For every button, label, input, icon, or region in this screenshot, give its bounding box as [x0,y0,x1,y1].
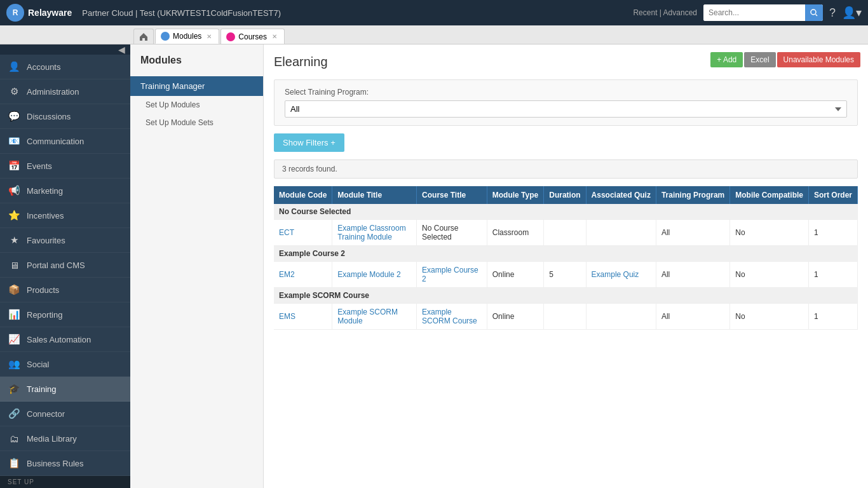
training-program-select[interactable]: All [285,100,847,118]
cell-duration [544,220,586,246]
sidebar-item-business-rules[interactable]: 📋 Business Rules [0,451,130,476]
sidebar-label-sales-automation: Sales Automation [27,335,91,344]
communication-icon: 📧 [8,135,20,147]
quiz-link-em2[interactable]: Example Quiz [592,270,639,279]
table-row: ECT Example Classroom Training Module No… [274,220,858,246]
sidebar-item-media-library[interactable]: 🗂 Media Library [0,426,130,451]
module-code-link-ect[interactable]: ECT [279,228,294,237]
excel-button[interactable]: Excel [744,52,775,67]
sidebar-item-favourites[interactable]: ★ Favourites [0,228,130,253]
sidebar-item-products[interactable]: 📦 Products [0,278,130,302]
course-title-link-em2[interactable]: Example Course 2 [422,266,478,283]
course-title-link-ems[interactable]: Example SCORM Course [422,308,477,325]
left-panel-title: Modules [130,55,263,76]
search-input[interactable] [703,4,805,21]
topbar-links: Recent | Advanced [633,8,697,17]
tab-courses[interactable]: Courses ✕ [220,29,285,44]
sidebar: ◀ 👤 Accounts ⚙ Administration 💬 Discussi… [0,44,130,488]
add-button[interactable]: + Add [710,52,743,67]
advanced-link[interactable]: Advanced [663,8,697,17]
cell-course-title: No Course Selected [417,220,487,246]
show-filters-button[interactable]: Show Filters + [274,133,344,152]
module-title-link-em2[interactable]: Example Module 2 [337,270,400,279]
topbar: R Relayware Partner Cloud | Test (UKRWTE… [0,0,868,25]
sidebar-label-communication: Communication [27,137,84,146]
discussions-icon: 💬 [8,110,20,123]
cell-mobile-compatible: No [730,262,809,288]
sidebar-item-incentives[interactable]: ⭐ Incentives [0,203,130,228]
social-icon: 👥 [8,358,20,370]
cell-mobile-compatible: No [730,220,809,246]
sidebar-item-sales-automation[interactable]: 📈 Sales Automation [0,327,130,352]
sidebar-label-incentives: Incentives [27,211,64,220]
group-header-example-course-2: Example Course 2 [274,246,858,262]
user-icon[interactable]: 👤▾ [842,6,862,20]
module-title-link-ems[interactable]: Example SCORM Module [337,308,398,325]
sidebar-label-media-library: Media Library [27,434,77,444]
tab-modules-close[interactable]: ✕ [205,32,214,41]
table-row: EM2 Example Module 2 Example Course 2 On… [274,262,858,288]
tab-courses-close[interactable]: ✕ [270,32,279,41]
sidebar-label-connector: Connector [27,409,65,419]
svg-point-0 [811,10,816,15]
cell-training-program: All [656,304,729,330]
sidebar-item-reporting[interactable]: 📊 Reporting [0,302,130,327]
sidebar-item-training[interactable]: 🎓 Training [0,377,130,402]
sidebar-item-events[interactable]: 📅 Events [0,154,130,179]
cell-training-program: All [656,262,729,288]
top-actions: + Add Excel Unavailable Modules [710,52,860,67]
recent-link[interactable]: Recent [633,8,657,17]
col-module-type: Module Type [487,186,543,204]
table-row: EMS Example SCORM Module Example SCORM C… [274,304,858,330]
sidebar-item-communication[interactable]: 📧 Communication [0,129,130,154]
sidebar-toggle[interactable]: ◀ [0,44,130,55]
col-mobile-compatible: Mobile Compatible [730,186,809,204]
module-code-link-ems[interactable]: EMS [279,312,295,321]
cell-module-title: Example Module 2 [332,262,417,288]
cell-sort-order: 1 [808,220,857,246]
modules-tab-icon [161,32,170,41]
sidebar-item-marketing[interactable]: 📢 Marketing [0,179,130,203]
modules-table: Module Code Module Title Course Title Mo… [274,186,858,330]
help-icon[interactable]: ? [829,6,836,20]
cell-module-code: EMS [274,304,332,330]
sidebar-label-products: Products [27,285,59,295]
cell-module-type: Online [487,262,543,288]
tab-home[interactable] [133,29,154,44]
cell-training-program: All [656,220,729,246]
col-sort-order: Sort Order [808,186,857,204]
sidebar-label-administration: Administration [27,87,79,97]
cell-duration: 5 [544,262,586,288]
sidebar-item-social[interactable]: 👥 Social [0,352,130,377]
tabs-bar: Modules ✕ Courses ✕ [0,25,868,44]
logo[interactable]: R Relayware [6,4,72,22]
sidebar-item-connector[interactable]: 🔗 Connector [0,402,130,426]
setup-section-label: SET UP [0,476,130,488]
group-header-example-scorm-course: Example SCORM Course [274,288,858,304]
module-title-link-ect[interactable]: Example Classroom Training Module [337,224,405,241]
media-library-icon: 🗂 [8,432,20,445]
col-duration: Duration [544,186,586,204]
left-nav-set-up-module-sets[interactable]: Set Up Module Sets [130,114,263,132]
group-label-no-course: No Course Selected [274,204,858,220]
search-button[interactable] [805,4,823,21]
sidebar-item-portal-cms[interactable]: 🖥 Portal and CMS [0,253,130,278]
sidebar-item-administration[interactable]: ⚙ Administration [0,79,130,104]
sidebar-label-events: Events [27,161,52,171]
tab-courses-label: Courses [238,32,267,41]
connector-icon: 🔗 [8,407,20,420]
favourites-icon: ★ [8,234,20,247]
module-code-link-em2[interactable]: EM2 [279,270,295,279]
sidebar-label-portal-cms: Portal and CMS [27,261,85,270]
logo-icon: R [6,4,24,22]
left-nav-training-manager[interactable]: Training Manager [130,76,263,96]
sidebar-item-discussions[interactable]: 💬 Discussions [0,104,130,129]
unavailable-modules-button[interactable]: Unavailable Modules [777,52,860,67]
cell-module-code: ECT [274,220,332,246]
sidebar-label-discussions: Discussions [27,112,71,121]
left-nav-set-up-modules[interactable]: Set Up Modules [130,96,263,114]
sidebar-item-accounts[interactable]: 👤 Accounts [0,55,130,79]
sidebar-label-training: Training [27,384,56,394]
cell-duration [544,304,586,330]
tab-modules[interactable]: Modules ✕ [155,29,219,44]
